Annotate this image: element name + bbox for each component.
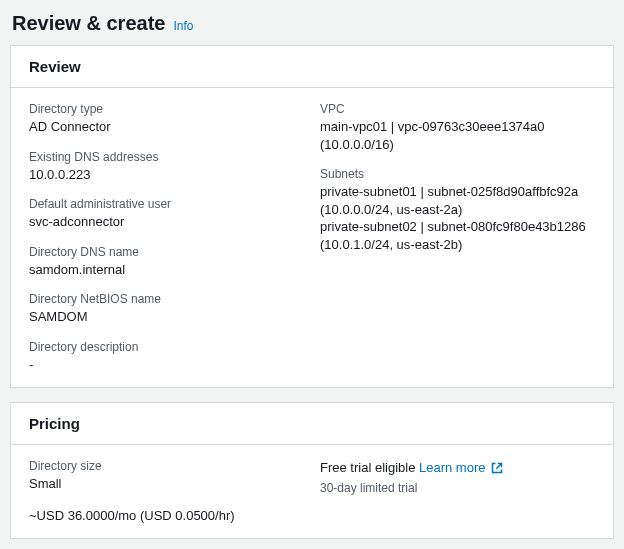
info-link[interactable]: Info [173,19,193,33]
pricing-panel-header: Pricing [11,403,613,445]
label-netbios: Directory NetBIOS name [29,292,304,306]
label-directory-size: Directory size [29,459,304,473]
label-dns-name: Directory DNS name [29,245,304,259]
value-cost: ~USD 36.0000/mo (USD 0.0500/hr) [29,507,304,525]
field-cost: ~USD 36.0000/mo (USD 0.0500/hr) [29,507,304,525]
label-admin-user: Default administrative user [29,197,304,211]
value-subnet-2: private-subnet02 | subnet-080fc9f80e43b1… [320,218,595,253]
page-title: Review & create Info [12,12,614,35]
external-link-icon [491,461,503,479]
review-panel-header: Review [11,46,613,88]
value-dns-name: samdom.internal [29,261,304,279]
value-admin-user: svc-adconnector [29,213,304,231]
label-subnets: Subnets [320,167,595,181]
value-trial-desc: 30-day limited trial [320,481,595,495]
learn-more-text: Learn more [419,460,485,475]
value-existing-dns: 10.0.0.223 [29,166,304,184]
field-vpc: VPC main-vpc01 | vpc-09763c30eee1374a0 (… [320,102,595,153]
free-trial-label: Free trial eligible [320,460,415,475]
field-directory-size: Directory size Small [29,459,304,493]
field-existing-dns: Existing DNS addresses 10.0.0.223 [29,150,304,184]
review-panel: Review Directory type AD Connector Exist… [10,45,614,388]
page-title-text: Review & create [12,12,165,35]
field-admin-user: Default administrative user svc-adconnec… [29,197,304,231]
value-description: - [29,356,304,374]
value-netbios: SAMDOM [29,308,304,326]
field-subnets: Subnets private-subnet01 | subnet-025f8d… [320,167,595,253]
field-free-trial: Free trial eligible Learn more 30-day li… [320,459,595,495]
value-subnet-1: private-subnet01 | subnet-025f8d90affbfc… [320,183,595,218]
pricing-panel: Pricing Directory size Small ~USD 36.000… [10,402,614,539]
field-netbios: Directory NetBIOS name SAMDOM [29,292,304,326]
value-directory-size: Small [29,475,304,493]
field-directory-type: Directory type AD Connector [29,102,304,136]
learn-more-link[interactable]: Learn more [419,460,503,475]
value-directory-type: AD Connector [29,118,304,136]
label-existing-dns: Existing DNS addresses [29,150,304,164]
label-vpc: VPC [320,102,595,116]
field-description: Directory description - [29,340,304,374]
value-free-trial: Free trial eligible Learn more [320,459,595,479]
label-directory-type: Directory type [29,102,304,116]
field-dns-name: Directory DNS name samdom.internal [29,245,304,279]
value-vpc: main-vpc01 | vpc-09763c30eee1374a0 (10.0… [320,118,595,153]
label-description: Directory description [29,340,304,354]
